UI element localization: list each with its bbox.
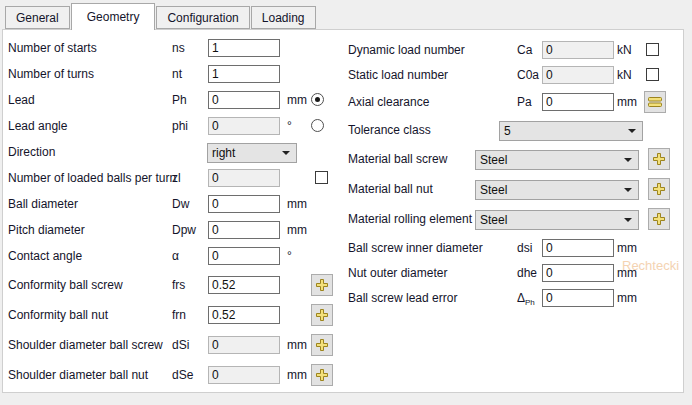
unit-label: mm [287,338,307,352]
conformity-ball-screw-input[interactable] [208,276,280,294]
chevron-down-icon [624,188,632,192]
plus-icon [315,338,329,352]
row-tolerance-class: Tolerance class 5 [348,121,686,143]
ball-diameter-input[interactable] [208,195,280,213]
field-symbol: frn [172,308,186,322]
unit-label: ° [287,249,292,263]
field-label: Material rolling element [348,212,472,226]
row-ball-screw-lead-error: Ball screw lead error ΔPh mm [348,289,686,311]
row-ball-screw-inner-diameter: Ball screw inner diameter dsi mm [348,239,686,261]
geometry-dialog: { "tabs": [ { "label": "General", "activ… [0,0,692,405]
unit-label: kN [617,68,632,82]
field-symbol: phi [172,119,188,133]
direction-dropdown[interactable]: right [207,143,297,163]
ball-screw-inner-diameter-input[interactable] [542,239,614,257]
contact-angle-input[interactable] [208,247,280,265]
field-symbol: α [172,249,179,263]
shoulder-diameter-ball-nut-input [208,366,280,384]
row-pitch-diameter: Pitch diameter Dpw mm [8,221,342,243]
row-lead-angle: Lead angle phi ° [8,117,342,139]
material-ball-nut-dropdown[interactable]: Steel [475,180,639,200]
field-label: Number of turns [8,67,94,81]
tab-general[interactable]: General [5,6,70,29]
field-symbol: nt [172,67,182,81]
material-ball-nut-plus-button[interactable] [648,178,670,200]
field-symbol: Pa [517,95,532,109]
lead-radio[interactable] [311,93,324,106]
row-axial-clearance: Axial clearance Pa mm [348,93,686,115]
field-label: Conformity ball nut [8,308,108,322]
dropdown-value: Steel [480,213,507,227]
plus-icon [315,308,329,322]
material-ball-screw-plus-button[interactable] [648,148,670,170]
field-label: Nut outer diameter [348,266,447,280]
material-rolling-element-plus-button[interactable] [648,208,670,230]
axial-clearance-list-button[interactable] [644,91,666,113]
row-conformity-ball-nut: Conformity ball nut frn [8,306,342,328]
lead-input[interactable] [208,91,280,109]
unit-label: mm [617,266,637,280]
field-symbol: Dw [172,197,189,211]
row-static-load-number: Static load number C0a kN [348,66,686,88]
static-load-checkbox[interactable] [646,68,659,81]
field-label: Conformity ball screw [8,278,123,292]
conformity-ball-nut-input[interactable] [208,306,280,324]
shoulder-diameter-ball-screw-plus-button[interactable] [311,334,333,356]
shoulder-diameter-ball-nut-plus-button[interactable] [311,364,333,386]
material-ball-screw-dropdown[interactable]: Steel [475,150,639,170]
field-symbol: dSe [172,368,193,382]
field-label: Pitch diameter [8,223,85,237]
field-label: Axial clearance [348,95,429,109]
field-label: Ball screw lead error [348,291,457,305]
dropdown-value: right [212,146,235,160]
plus-icon [315,278,329,292]
field-label: Ball screw inner diameter [348,241,483,255]
conformity-ball-nut-plus-button[interactable] [311,304,333,326]
field-label: Shoulder diameter ball screw [8,338,163,352]
row-material-ball-screw: Material ball screw Steel [348,150,686,172]
tolerance-class-dropdown[interactable]: 5 [499,121,643,141]
dynamic-load-checkbox[interactable] [646,43,659,56]
axial-clearance-input[interactable] [542,93,614,111]
unit-label: mm [287,93,307,107]
ball-screw-lead-error-input[interactable] [542,289,614,307]
chevron-down-icon [628,129,636,133]
field-label: Number of starts [8,41,97,55]
field-label: Lead [8,93,35,107]
chevron-down-icon [624,218,632,222]
row-direction: Direction right [8,143,342,165]
tab-configuration[interactable]: Configuration [156,6,249,29]
lead-angle-radio[interactable] [311,119,324,132]
field-label: Material ball nut [348,182,433,196]
number-of-turns-input[interactable] [208,65,280,83]
field-label: Shoulder diameter ball nut [8,368,148,382]
plus-icon [652,212,666,226]
field-symbol: dSi [172,338,189,352]
plus-icon [315,368,329,382]
plus-icon [652,152,666,166]
plus-icon [652,182,666,196]
conformity-ball-screw-plus-button[interactable] [311,274,333,296]
number-of-starts-input[interactable] [208,39,280,57]
tab-loading[interactable]: Loading [251,6,316,29]
row-ball-diameter: Ball diameter Dw mm [8,195,342,217]
field-label: Contact angle [8,249,82,263]
field-label: Static load number [348,68,448,82]
nut-outer-diameter-input[interactable] [542,264,614,282]
pitch-diameter-input[interactable] [208,221,280,239]
unit-label: mm [287,223,307,237]
field-label: Lead angle [8,119,67,133]
row-number-of-starts: Number of starts ns [8,39,342,61]
field-symbol: zl [172,171,181,185]
list-icon [648,96,662,108]
field-symbol: Dpw [172,223,196,237]
static-load-number-input [542,66,614,84]
field-symbol: dhe [517,266,537,280]
loaded-balls-checkbox[interactable] [315,171,328,184]
row-dynamic-load-number: Dynamic load number Ca kN [348,41,686,63]
unit-label: mm [617,241,637,255]
row-number-of-turns: Number of turns nt [8,65,342,87]
material-rolling-element-dropdown[interactable]: Steel [475,210,639,230]
tab-geometry[interactable]: Geometry [71,3,156,30]
row-shoulder-diameter-ball-screw: Shoulder diameter ball screw dSi mm [8,336,342,358]
